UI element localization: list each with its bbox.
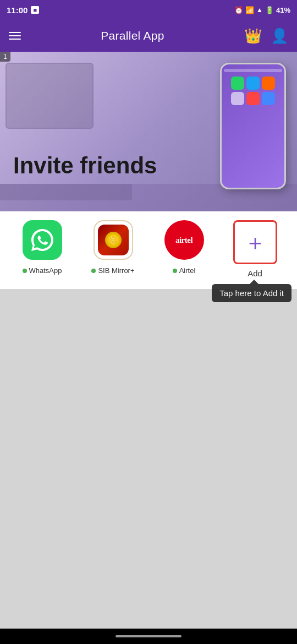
add-app-button[interactable]: ＋ Add Tap here to Add it	[224, 220, 286, 278]
alarm-icon: ⏰	[234, 6, 243, 14]
battery-icon: 🔋	[265, 6, 274, 14]
banner-invite-text: Invite friends	[13, 153, 157, 178]
monitor-decoration	[6, 63, 94, 129]
app-item-whatsapp[interactable]: WhatsApp	[11, 220, 73, 275]
apps-row: WhatsApp 🪙 SIB Mirror+ airtel Airtel	[0, 220, 297, 278]
phone-screen	[222, 64, 284, 188]
status-bar: 11:00 ■ ⏰ 📶 ▲ 🔋 41%	[0, 0, 297, 20]
app-header: Parallel App 👑 👤	[0, 20, 297, 52]
sim-icon: ■	[31, 6, 39, 14]
add-label: Add	[248, 269, 262, 278]
sib-label: SIB Mirror+	[91, 266, 134, 275]
sib-status-dot	[91, 269, 96, 273]
battery-percent: 41%	[276, 6, 290, 14]
time-display: 11:00	[7, 6, 28, 15]
sib-icon: 🪙	[94, 220, 133, 260]
profile-icon[interactable]: 👤	[271, 28, 288, 45]
status-right: ⏰ 📶 ▲ 🔋 41%	[234, 6, 290, 14]
content-area	[0, 289, 297, 581]
phone-mockup	[220, 63, 286, 189]
add-tooltip: Tap here to Add it	[212, 284, 292, 302]
airtel-label: Airtel	[173, 266, 196, 275]
plus-icon: ＋	[244, 231, 266, 253]
whatsapp-logo-svg	[30, 227, 55, 253]
app-item-sib[interactable]: 🪙 SIB Mirror+	[82, 220, 144, 275]
menu-button[interactable]	[9, 32, 21, 40]
header-actions: 👑 👤	[244, 28, 288, 45]
signal-icon: ▲	[256, 6, 263, 14]
page-indicator: 1	[0, 52, 10, 62]
whatsapp-status-dot	[23, 269, 27, 273]
airtel-status-dot	[173, 269, 177, 273]
wifi-icon: 📶	[245, 6, 254, 14]
airtel-icon: airtel	[164, 220, 204, 260]
bottom-nav-bar	[0, 629, 297, 644]
whatsapp-icon	[23, 220, 62, 260]
app-item-airtel[interactable]: airtel Airtel	[153, 220, 215, 275]
whatsapp-label: WhatsApp	[23, 266, 62, 275]
add-button-box[interactable]: ＋	[233, 220, 277, 264]
apps-section: WhatsApp 🪙 SIB Mirror+ airtel Airtel	[0, 211, 297, 289]
home-indicator[interactable]	[116, 635, 182, 637]
invite-banner: 1 Invite friends	[0, 52, 297, 211]
premium-crown-icon[interactable]: 👑	[244, 28, 262, 45]
status-left: 11:00 ■	[7, 6, 39, 15]
app-title: Parallel App	[101, 29, 164, 42]
